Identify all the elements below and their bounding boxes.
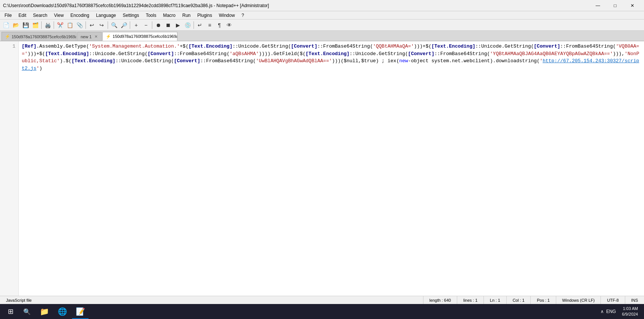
toolbar-undo[interactable]: ↩ — [87, 21, 96, 30]
toolbar-viewall[interactable]: 👁 — [225, 21, 234, 30]
toolbar-zoomin[interactable]: + — [132, 21, 141, 30]
toolbar-replace[interactable]: 🔎 — [119, 21, 128, 30]
tab-1[interactable]: ⚡ 150d978a1760f38875cefcc6b1969a1b12294d… — [2, 32, 77, 41]
toolbar-macro-save[interactable]: 💿 — [183, 21, 192, 30]
status-filetype: JavaScript file — [0, 296, 423, 304]
menu-settings[interactable]: Settings — [120, 12, 142, 19]
tab-2[interactable]: new 1 ✕ — [77, 32, 102, 41]
status-ln-label: Ln : 1 — [490, 298, 500, 303]
menu-bar: File Edit Search View Encoding Language … — [0, 11, 644, 19]
toolbar-macro-play[interactable]: ▶ — [173, 21, 182, 30]
taskbar-right: ∧ ENG 1:03 AM 6/9/2024 — [600, 306, 641, 318]
toolbar-print[interactable]: 🖨️ — [43, 21, 52, 30]
editor-container: 1 [Ref].Assembly.GetType('System.Managem… — [0, 41, 644, 296]
toolbar-macro-record[interactable]: ⏺ — [154, 21, 163, 30]
status-lineending: Windows (CR LF) — [556, 296, 601, 304]
window-title: C:\Users\root\Downloads\150d978a1760f388… — [3, 3, 269, 8]
taskbar-clock[interactable]: 1:03 AM 6/9/2024 — [619, 306, 641, 318]
search-button[interactable]: 🔍 — [20, 304, 35, 319]
tab-1-label: 150d978a1760f38875cefcc6b1969a1b12294de2… — [12, 34, 77, 39]
tray-lang: ENG — [606, 309, 616, 314]
toolbar-copy[interactable]: 📋 — [65, 21, 74, 30]
start-button[interactable]: ⊞ — [3, 304, 18, 319]
toolbar-zoomout[interactable]: − — [141, 21, 150, 30]
search-icon: 🔍 — [23, 308, 31, 315]
toolbar-sep-4 — [108, 21, 108, 29]
toolbar-sep-2 — [54, 21, 54, 29]
tab-2-close[interactable]: ✕ — [94, 34, 98, 39]
toolbar-indent[interactable]: ≡ — [205, 21, 214, 30]
status-pos-label: Pos : 1 — [537, 298, 549, 303]
taskbar-app-notepad[interactable]: 📝 — [72, 304, 89, 319]
taskbar-app-fileexplorer[interactable]: 📁 — [36, 304, 53, 319]
toolbar: 📄 📂 💾 🗂️ 🖨️ ✂️ 📋 📎 ↩ ↪ 🔍 🔎 + − ⏺ ⏹ ▶ 💿 ↵… — [0, 19, 644, 31]
menu-run[interactable]: Run — [179, 12, 194, 19]
toolbar-redo[interactable]: ↪ — [97, 21, 106, 30]
title-bar: C:\Users\root\Downloads\150d978a1760f388… — [0, 0, 644, 11]
fileexplorer-icon: 📁 — [40, 307, 49, 316]
status-lineending-label: Windows (CR LF) — [562, 298, 595, 303]
status-lines-label: lines : 1 — [463, 298, 477, 303]
menu-encoding[interactable]: Encoding — [68, 12, 92, 19]
window-controls: — □ ✕ — [589, 0, 641, 11]
toolbar-sep-5 — [130, 21, 130, 29]
status-ln: Ln : 1 — [484, 296, 507, 304]
status-encoding: UTF-8 — [601, 296, 625, 304]
toolbar-sep-3 — [86, 21, 86, 29]
line-num-1: 1 — [0, 43, 18, 50]
browser-icon: 🌐 — [58, 307, 67, 316]
status-insertmode: INS — [625, 296, 644, 304]
tray-icons: ∧ ENG — [600, 309, 616, 314]
notepad-icon: 📝 — [76, 307, 85, 316]
toolbar-save[interactable]: 💾 — [21, 21, 30, 30]
toolbar-showsymbol[interactable]: ¶ — [215, 21, 224, 30]
tab-1-icon: ⚡ — [5, 34, 10, 39]
status-col-label: Col : 1 — [513, 298, 525, 303]
toolbar-open[interactable]: 📂 — [11, 21, 20, 30]
clock-date: 6/9/2024 — [622, 312, 638, 317]
menu-macro[interactable]: Macro — [160, 12, 179, 19]
toolbar-find[interactable]: 🔍 — [110, 21, 119, 30]
toolbar-saveall[interactable]: 🗂️ — [31, 21, 40, 30]
tab-bar: ⚡ 150d978a1760f38875cefcc6b1969a1b12294d… — [0, 31, 644, 41]
start-icon: ⊞ — [8, 307, 14, 316]
tab-3[interactable]: ⚡ 150d978a1760f38875cefcc6b1969a1b12294d… — [102, 32, 177, 41]
line-numbers: 1 — [0, 41, 19, 296]
toolbar-paste[interactable]: 📎 — [75, 21, 84, 30]
maximize-button[interactable]: □ — [606, 0, 624, 11]
menu-view[interactable]: View — [51, 12, 67, 19]
menu-window[interactable]: Window — [216, 12, 238, 19]
status-encoding-label: UTF-8 — [607, 298, 618, 303]
toolbar-cut[interactable]: ✂️ — [56, 21, 65, 30]
toolbar-new[interactable]: 📄 — [2, 21, 11, 30]
status-filetype-label: JavaScript file — [6, 298, 32, 303]
taskbar-app-browser[interactable]: 🌐 — [54, 304, 71, 319]
status-length: length : 640 — [423, 296, 458, 304]
taskbar: ⊞ 🔍 📁 🌐 📝 ∧ ENG 1:03 AM 6/9/2024 — [0, 304, 644, 319]
menu-tools[interactable]: Tools — [143, 12, 159, 19]
toolbar-sep-7 — [194, 21, 194, 29]
tab-3-icon: ⚡ — [106, 34, 111, 39]
menu-file[interactable]: File — [2, 12, 15, 19]
menu-language[interactable]: Language — [93, 12, 119, 19]
clock-time: 1:03 AM — [622, 306, 638, 312]
code-editor[interactable]: [Ref].Assembly.GetType('System.Managemen… — [19, 41, 644, 296]
menu-edit[interactable]: Edit — [15, 12, 29, 19]
status-col: Col : 1 — [507, 296, 531, 304]
tab-3-label: 150d978a1760f38875cefcc6b1969a1b12294de2… — [113, 34, 177, 39]
menu-help[interactable]: ? — [239, 12, 247, 19]
menu-plugins[interactable]: Plugins — [194, 12, 215, 19]
toolbar-sep-6 — [152, 21, 152, 29]
status-insertmode-label: INS — [631, 298, 638, 303]
toolbar-wrap[interactable]: ↵ — [195, 21, 204, 30]
toolbar-macro-stop[interactable]: ⏹ — [164, 21, 173, 30]
taskbar-left: ⊞ 🔍 📁 🌐 📝 — [3, 304, 89, 319]
show-hidden-icon[interactable]: ∧ — [600, 309, 604, 314]
tab-2-label: new 1 — [81, 34, 92, 39]
menu-search[interactable]: Search — [30, 12, 50, 19]
status-bar: JavaScript file length : 640 lines : 1 L… — [0, 296, 644, 304]
toolbar-sep-1 — [41, 21, 42, 29]
close-button[interactable]: ✕ — [624, 0, 641, 11]
minimize-button[interactable]: — — [589, 0, 606, 11]
status-lines: lines : 1 — [457, 296, 484, 304]
